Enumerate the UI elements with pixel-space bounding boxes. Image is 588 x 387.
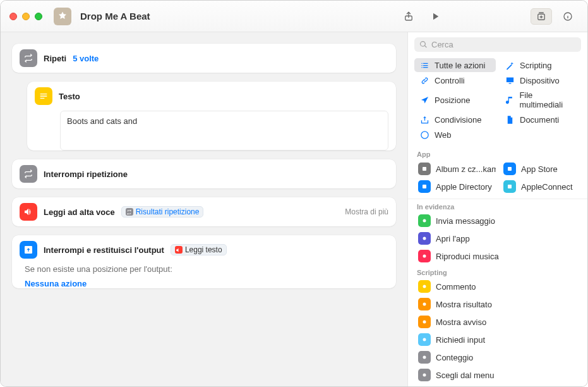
run-button[interactable] [424, 8, 446, 25]
svg-point-9 [423, 237, 426, 240]
action-item[interactable]: Richiedi input [414, 331, 581, 348]
wand-icon [505, 60, 515, 70]
app-item[interactable]: AppleConnect [500, 178, 581, 195]
scripting-header: Scripting [408, 265, 587, 278]
svg-point-14 [423, 338, 426, 341]
svg-point-3 [421, 131, 428, 138]
category-item[interactable]: Controlli [414, 73, 496, 87]
search-placeholder: Cerca [431, 40, 453, 49]
stop-action[interactable]: Interrompi e restituisci l'output Leggi … [12, 235, 396, 288]
list-icon [419, 60, 429, 70]
category-item[interactable]: Tutte le azioni [414, 58, 496, 72]
stop-no-output-action[interactable]: Nessuna azione [25, 279, 388, 288]
share-icon [419, 114, 429, 125]
svg-point-16 [423, 374, 426, 377]
category-item[interactable]: Scripting [500, 58, 581, 72]
info-button[interactable] [557, 8, 579, 25]
category-item[interactable]: Posizione [414, 89, 496, 111]
speak-label: Leggi ad alta voce [44, 207, 115, 217]
text-action[interactable]: Testo Boots and cats and [27, 82, 396, 150]
svg-rect-6 [423, 185, 426, 188]
category-item[interactable]: Web [414, 128, 496, 142]
desktop-icon [505, 75, 515, 85]
search-input[interactable]: Cerca [414, 37, 581, 52]
app-item[interactable]: App Store [500, 161, 581, 177]
svg-point-11 [423, 285, 426, 288]
app-icon [503, 180, 516, 193]
action-item[interactable]: Invia messaggio [414, 212, 581, 230]
scripting-list: CommentoMostra risultatoMostra avvisoRic… [408, 278, 587, 384]
action-icon [418, 351, 431, 364]
svg-point-10 [423, 255, 426, 258]
svg-point-12 [423, 303, 426, 306]
action-item[interactable]: Apri l'app [414, 230, 581, 247]
app-item[interactable]: Apple Directory [414, 178, 496, 195]
action-icon [418, 369, 431, 381]
end-repeat-icon [20, 165, 37, 183]
apps-header: App [408, 147, 587, 159]
app-icon [503, 163, 516, 175]
action-icon [418, 333, 431, 346]
action-item[interactable]: Conteggio [414, 348, 581, 366]
svg-rect-7 [508, 185, 512, 188]
app-icon [418, 180, 431, 193]
featured-header: In evidenza [408, 199, 587, 212]
action-item[interactable]: Mostra risultato [414, 295, 581, 313]
music-icon [505, 95, 514, 105]
text-input[interactable]: Boots and cats and [60, 111, 388, 150]
text-label: Testo [59, 92, 80, 101]
repeat-count[interactable]: 5 volte [73, 54, 99, 63]
action-icon [418, 214, 431, 227]
titlebar: Drop Me A Beat [1, 1, 587, 32]
apps-grid: Album z cz...kamiApp StoreApple Director… [408, 159, 587, 197]
action-item[interactable]: Riproduci musica [414, 247, 581, 265]
end-repeat-action[interactable]: Interrompi ripetizione [12, 159, 396, 188]
zoom-window-button[interactable] [35, 13, 42, 20]
workflow-editor[interactable]: Ripeti 5 volte Testo Boots and cats and [1, 32, 407, 386]
app-item[interactable]: Album z cz...kami [414, 161, 496, 177]
action-icon [418, 316, 431, 328]
svg-point-13 [423, 321, 426, 324]
close-window-button[interactable] [9, 13, 17, 20]
library-toggle-button[interactable] [531, 8, 552, 25]
action-item[interactable]: Mostra avviso [414, 313, 581, 331]
category-item[interactable]: Documenti [500, 113, 581, 126]
repeat-label: Ripeti [44, 54, 66, 63]
repeat-action[interactable]: Ripeti 5 volte [12, 44, 396, 73]
actions-sidebar: Cerca Tutte le azioniScriptingControlliD… [407, 32, 587, 386]
link-icon [419, 75, 429, 85]
action-item[interactable]: Scegli dal menu [414, 366, 581, 384]
action-icon [418, 298, 431, 310]
stop-icon [20, 241, 37, 259]
stop-no-output-prompt: Se non esiste una posizione per l'output… [12, 264, 396, 279]
category-item[interactable]: Condivisione [414, 113, 496, 126]
svg-rect-5 [508, 167, 512, 171]
stop-label: Interrompi e restituisci l'output [44, 245, 164, 255]
stop-input-token[interactable]: Leggi testo [171, 244, 227, 255]
app-icon [418, 163, 431, 175]
location-icon [419, 95, 429, 105]
speak-input-token[interactable]: Risultati ripetizione [121, 206, 204, 218]
speak-icon [20, 203, 37, 221]
traffic-lights [9, 13, 42, 20]
category-item[interactable]: Dispositivo [500, 73, 581, 87]
doc-icon [505, 114, 515, 125]
end-repeat-label: Interrompi ripetizione [44, 169, 128, 179]
speak-token-icon [175, 246, 183, 254]
safari-icon [419, 130, 429, 140]
search-icon [419, 40, 428, 49]
action-item[interactable]: Commento [414, 278, 581, 295]
share-button[interactable] [398, 8, 419, 25]
action-icon [418, 280, 431, 293]
svg-point-8 [423, 219, 426, 223]
svg-rect-4 [423, 167, 426, 171]
category-item[interactable]: File multimediali [500, 89, 581, 111]
minimize-window-button[interactable] [22, 13, 30, 20]
action-icon [418, 250, 431, 262]
show-more-button[interactable]: Mostra di più [345, 207, 388, 216]
repeat-icon [20, 49, 37, 67]
featured-list: Invia messaggioApri l'appRiproduci music… [408, 212, 587, 265]
app-window: Drop Me A Beat Ripeti 5 volte [0, 0, 588, 387]
window-title: Drop Me A Beat [80, 11, 150, 22]
speak-action[interactable]: Leggi ad alta voce Risultati ripetizione… [12, 197, 396, 226]
